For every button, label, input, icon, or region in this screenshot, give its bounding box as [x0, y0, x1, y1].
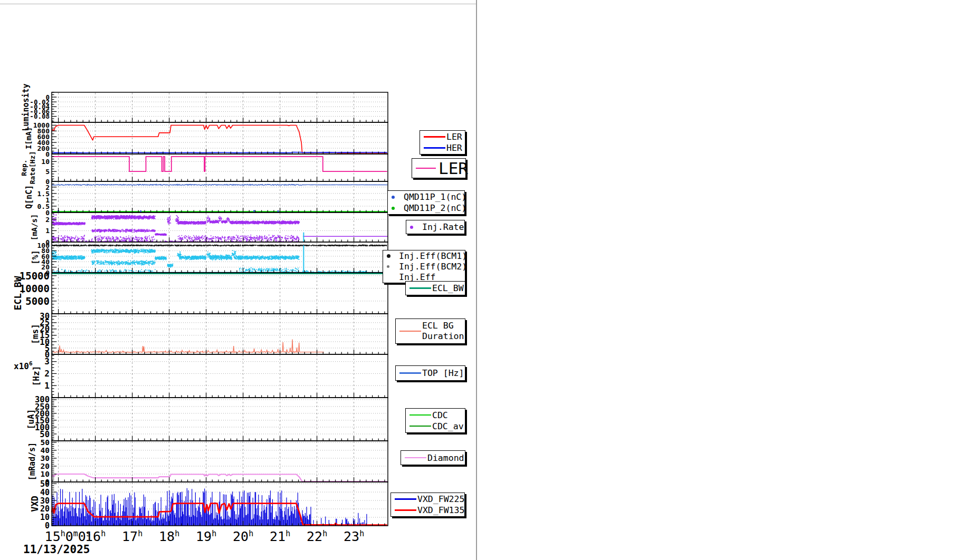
legend-inj-rate: Inj.Rate [406, 220, 465, 234]
y-axis-title: VXD [30, 496, 40, 512]
rep-rate-line-marker [412, 168, 439, 169]
y-axis-title: I[mA] [24, 127, 33, 149]
legend-ecl-bg: ECL BG Duration [395, 318, 465, 344]
legend-row: TOP [Hz] [396, 368, 465, 379]
inj-rate-dot-marker [406, 226, 422, 229]
y-tick-label: 20 [41, 462, 50, 470]
legend-row: QMD11P_1(nC) [388, 191, 464, 202]
legend-row: QMD11P_2(nC) [388, 202, 464, 214]
qmd11p2-dot-marker [388, 207, 404, 210]
legend-entry-label: LER [439, 159, 468, 178]
legend-top: TOP [Hz] [395, 365, 465, 381]
y-tick-label: 50 [40, 479, 50, 489]
y-tick-label: 30 [40, 496, 50, 506]
panel-charge: 00.511.52Q[nC] [24, 181, 388, 217]
x-axis-hour-label: 22h [307, 529, 327, 544]
ecl-bw-line-marker [406, 287, 432, 289]
x-axis-hour-label: 17h [122, 529, 142, 544]
y-axis-title: [ms] [30, 324, 40, 344]
legend-entry-label: TOP [Hz] [422, 368, 464, 379]
y-tick-label: 5 [45, 168, 50, 176]
panel-ecl-bw: 50001000015000ECL_BW [12, 270, 388, 314]
legend-entry-label: ECL BG [422, 321, 464, 331]
y-axis-title: ECL_BW [12, 276, 23, 310]
legend-row: CDC_av [406, 421, 465, 432]
ecl-bg-line-marker [396, 331, 422, 332]
cdc-av-line-marker [406, 426, 432, 427]
legend-row: ECL BG Duration [396, 320, 465, 343]
y-tick-label: 10 [41, 158, 50, 166]
y-tick-label: 10 [41, 470, 50, 478]
legend-entry-label: Inj.Eff(BCM1) [399, 250, 467, 262]
y-tick-label: 5000 [25, 295, 50, 307]
panel-rep-rate: 0510Rep.Rate[Hz] [20, 151, 388, 186]
panel-cdc-current: 50100150200250300[uA] [26, 395, 388, 441]
panel-inj-rate: 012[mA/s] [30, 213, 388, 246]
legend-cdc: CDC CDC_av [405, 408, 465, 433]
y-tick-label: 30 [41, 454, 50, 462]
inj-eff-bcm1-dot-marker [383, 254, 399, 258]
y-tick-label: 2 [44, 369, 50, 379]
panel-diamond: 01020304050[mRad/s] [27, 438, 388, 486]
legend-entry-label: ECL_BW [432, 283, 464, 294]
y-tick-label: 1 [45, 227, 50, 235]
x-axis-hour-label: 23h [344, 529, 364, 544]
legend-entry-label: VXD_FW225 [417, 494, 464, 505]
y-axis-title: Rep. [20, 159, 28, 176]
y-tick-label: 50 [41, 438, 50, 447]
legend-entry-label: VXD_FW135 [417, 505, 464, 516]
y-axis-title: Q[nC] [24, 185, 34, 209]
window-top-border [0, 4, 476, 4]
legend-vxd: VXD_FW225 VXD_FW135 [390, 493, 465, 517]
x-axis-hour-label: 19h [196, 529, 216, 544]
vxd-fw135-line-marker [391, 509, 417, 511]
legend-entry-label: Duration [422, 331, 464, 342]
cdc-line-marker [406, 414, 432, 416]
window-divider [476, 0, 477, 560]
legend-entry-label: Diamond [427, 452, 464, 464]
ler-line-marker [420, 136, 446, 138]
y-axis-title-2: Rate[Hz] [28, 151, 36, 185]
legend-row: LER [420, 131, 465, 142]
diamond-line-marker [401, 457, 427, 459]
y-axis-title: [%] [31, 250, 40, 264]
y-tick-label: -0.08 [30, 112, 50, 120]
legend-row: HER [420, 142, 465, 153]
legend-row: VXD_FW135 [391, 505, 464, 516]
legend-diamond: Diamond [401, 450, 465, 465]
y-axis-title: [Hz] [31, 366, 41, 387]
legend-row: Diamond [401, 452, 465, 464]
y-tick-label: 2 [45, 216, 50, 224]
x-axis-hour-label: 18h [159, 529, 179, 544]
legend-entry-label: CDC [432, 410, 448, 421]
her-line-marker [420, 147, 446, 149]
legend-row: ECL_BW [406, 283, 465, 294]
panel-beam-current: 02004006008001000I[mA] [24, 121, 388, 158]
y-tick-label: 2 [45, 184, 50, 191]
y-axis-title: Luminosity [21, 83, 31, 131]
legend-entry-label: HER [446, 142, 462, 153]
y-tick-label: 10 [40, 513, 50, 522]
y-tick-label: 40 [40, 488, 50, 497]
legend-row: Inj.Eff(BCM2) [383, 262, 465, 272]
x-axis-hour-label: 16h [85, 529, 106, 544]
legend-rep-rate: LER [412, 158, 466, 178]
y-tick-label: 40 [41, 446, 50, 455]
y-axis-title: [uA] [26, 409, 36, 430]
x-axis-hour-label: 21h [270, 529, 290, 544]
y-tick-label: 10000 [20, 283, 50, 294]
legend-entry-label: Inj.Eff(BCM2) [399, 261, 467, 272]
y-tick-label: 30 [40, 312, 50, 321]
panel-top-rate: 123[Hz]x106 [14, 354, 388, 398]
y-tick-label: 15000 [20, 270, 50, 282]
x-axis-hour-label: 15h0m0s [45, 529, 91, 544]
x-axis-hour-label: 20h [233, 529, 253, 544]
y-axis-title: [mRad/s] [27, 442, 37, 480]
legend-entry-label: Inj.Rate [422, 221, 464, 233]
y-tick-label: 3 [44, 356, 50, 366]
legend-charge: QMD11P_1(nC) QMD11P_2(nC) [387, 190, 465, 215]
panel-inj-eff: 020406080100[%] [31, 242, 388, 277]
panel-vxd: 01020304050VXD [30, 479, 388, 531]
x-axis-date: 11/13/2025 [23, 543, 90, 556]
y-axis-title: [mA/s] [30, 214, 39, 241]
